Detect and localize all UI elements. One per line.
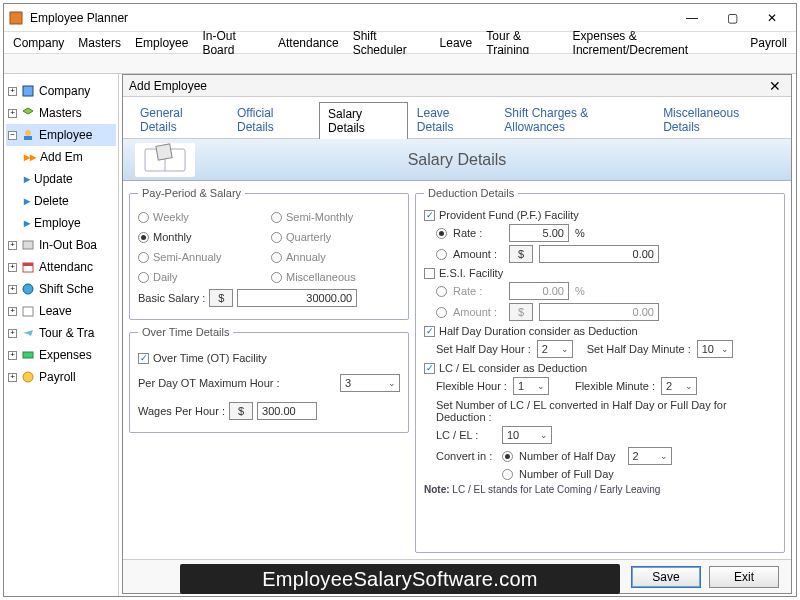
flex-hour-select[interactable]: 1 (513, 377, 549, 395)
menu-employee[interactable]: Employee (128, 36, 195, 50)
lcel-count-label: LC / EL : (436, 429, 496, 441)
radio-semi-annual[interactable]: Semi-Annualy (138, 251, 267, 263)
window-title: Employee Planner (30, 11, 672, 25)
menu-tour[interactable]: Tour & Training (479, 29, 565, 57)
svg-rect-0 (10, 12, 22, 24)
convert-half-select[interactable]: 2 (628, 447, 672, 465)
ot-wages-input[interactable]: 300.00 (257, 402, 317, 420)
menu-shift[interactable]: Shift Scheduler (346, 29, 433, 57)
pf-amount-radio[interactable] (436, 249, 447, 260)
menu-company[interactable]: Company (6, 36, 71, 50)
expand-icon[interactable]: + (8, 263, 17, 272)
exit-button[interactable]: Exit (709, 566, 779, 588)
tree-attendance[interactable]: +Attendanc (6, 256, 116, 278)
collapse-icon[interactable]: − (8, 131, 17, 140)
tree-leave[interactable]: +Leave (6, 300, 116, 322)
pf-amount-input[interactable]: 0.00 (539, 245, 659, 263)
flex-min-label: Flexible Minute : (575, 380, 655, 392)
clock-icon (21, 282, 35, 296)
percent-label: % (575, 285, 585, 297)
esi-rate-input: 0.00 (509, 282, 569, 300)
expand-icon[interactable]: + (8, 329, 17, 338)
svg-rect-4 (24, 136, 32, 140)
tab-shift-charges[interactable]: Shift Charges & Allowances (495, 101, 654, 138)
convert-full-radio[interactable] (502, 469, 513, 480)
halfday-min-select[interactable]: 10 (697, 340, 733, 358)
menu-attendance[interactable]: Attendance (271, 36, 346, 50)
maximize-button[interactable]: ▢ (712, 6, 752, 30)
lcel-checkbox[interactable] (424, 363, 435, 374)
arrow-icon: ▸ (24, 172, 30, 186)
dialog-close-button[interactable]: ✕ (765, 78, 785, 94)
board-icon (21, 238, 35, 252)
halfday-checkbox[interactable] (424, 326, 435, 337)
tree-expenses[interactable]: +Expenses (6, 344, 116, 366)
convert-full-label: Number of Full Day (519, 468, 614, 480)
percent-label: % (575, 227, 585, 239)
tree-add-employee[interactable]: ▸▸Add Em (22, 146, 116, 168)
pf-checkbox[interactable] (424, 210, 435, 221)
radio-annual[interactable]: Annualy (271, 251, 400, 263)
overtime-group: Over Time Details Over Time (OT) Facilit… (129, 326, 409, 433)
tab-misc[interactable]: Miscellaneous Details (654, 101, 783, 138)
menu-payroll[interactable]: Payroll (743, 36, 794, 50)
tree-update-employee[interactable]: ▸Update (22, 168, 116, 190)
radio-misc[interactable]: Miscellaneous (271, 271, 400, 283)
expand-icon[interactable]: + (8, 373, 17, 382)
tree-tour[interactable]: +Tour & Tra (6, 322, 116, 344)
tree-employee[interactable]: −Employee (6, 124, 116, 146)
svg-marker-10 (23, 330, 33, 336)
pf-amount-label: Amount : (453, 248, 503, 260)
tab-general[interactable]: General Details (131, 101, 228, 138)
ot-facility-checkbox[interactable] (138, 353, 149, 364)
menu-expenses[interactable]: Expenses & Increment/Decrement (566, 29, 744, 57)
halfday-min-label: Set Half Day Minute : (587, 343, 691, 355)
minimize-button[interactable]: — (672, 6, 712, 30)
tree-payroll[interactable]: +Payroll (6, 366, 116, 388)
convert-label: Convert in : (436, 450, 496, 462)
tab-salary[interactable]: Salary Details (319, 102, 408, 139)
radio-monthly[interactable]: Monthly (138, 231, 267, 243)
tree-delete-employee[interactable]: ▸Delete (22, 190, 116, 212)
svg-marker-2 (23, 108, 33, 114)
tab-official[interactable]: Official Details (228, 101, 319, 138)
tree-masters[interactable]: +Masters (6, 102, 116, 124)
menu-leave[interactable]: Leave (433, 36, 480, 50)
expand-icon[interactable]: + (8, 307, 17, 316)
tree-shift[interactable]: +Shift Sche (6, 278, 116, 300)
close-button[interactable]: ✕ (752, 6, 792, 30)
convert-half-radio[interactable] (502, 451, 513, 462)
tree-employee-list[interactable]: ▸Employe (22, 212, 116, 234)
esi-amount-input: 0.00 (539, 303, 659, 321)
expand-icon[interactable]: + (8, 285, 17, 294)
tree-company[interactable]: +Company (6, 80, 116, 102)
svg-point-3 (25, 130, 31, 136)
menu-masters[interactable]: Masters (71, 36, 128, 50)
lcel-count-select[interactable]: 10 (502, 426, 552, 444)
currency-symbol: $ (229, 402, 253, 420)
ot-perday-select[interactable]: 3 (340, 374, 400, 392)
menu-inout[interactable]: In-Out Board (195, 29, 271, 57)
save-button[interactable]: Save (631, 566, 701, 588)
tree-inout[interactable]: +In-Out Boa (6, 234, 116, 256)
lcel-desc: Set Number of LC / EL converted in Half … (436, 399, 776, 423)
tab-leave[interactable]: Leave Details (408, 101, 495, 138)
add-employee-dialog: Add Employee ✕ General Details Official … (122, 74, 792, 594)
halfday-hour-select[interactable]: 2 (537, 340, 573, 358)
convert-half-label: Number of Half Day (519, 450, 616, 462)
expand-icon[interactable]: + (8, 109, 17, 118)
expand-icon[interactable]: + (8, 241, 17, 250)
dialog-titlebar: Add Employee ✕ (123, 75, 791, 97)
flex-min-select[interactable]: 2 (661, 377, 697, 395)
arrow-icon: ▸ (24, 194, 30, 208)
radio-quarterly[interactable]: Quarterly (271, 231, 400, 243)
esi-checkbox[interactable] (424, 268, 435, 279)
basic-salary-input[interactable]: 30000.00 (237, 289, 357, 307)
expand-icon[interactable]: + (8, 351, 17, 360)
radio-weekly[interactable]: Weekly (138, 211, 267, 223)
pf-rate-input[interactable]: 5.00 (509, 224, 569, 242)
expand-icon[interactable]: + (8, 87, 17, 96)
radio-semi-monthly[interactable]: Semi-Monthly (271, 211, 400, 223)
radio-daily[interactable]: Daily (138, 271, 267, 283)
pf-rate-radio[interactable] (436, 228, 447, 239)
